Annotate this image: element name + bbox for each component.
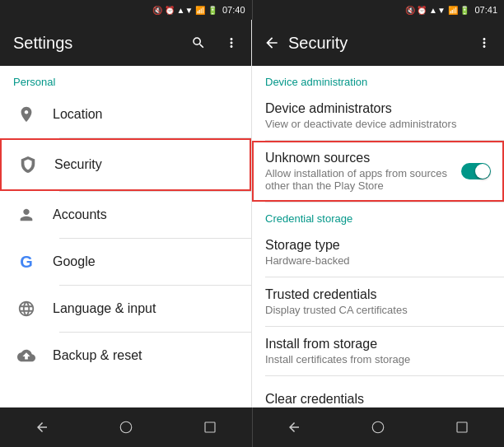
accounts-text: Accounts — [53, 207, 238, 222]
storage-type-subtitle: Hardware-backed — [265, 254, 491, 267]
unknown-sources-item[interactable]: Unknown sources Allow installation of ap… — [252, 141, 504, 202]
right-back-btn[interactable] — [284, 417, 304, 437]
left-home-btn[interactable] — [116, 417, 136, 437]
security-text: Security — [54, 157, 236, 172]
backup-title: Backup & reset — [53, 348, 238, 363]
unknown-sources-title: Unknown sources — [265, 151, 461, 165]
left-back-btn[interactable] — [32, 417, 52, 437]
settings-item-backup[interactable]: Backup & reset — [0, 333, 251, 379]
security-title: Security — [54, 157, 236, 172]
svg-point-0 — [120, 421, 132, 433]
install-storage-text: Install from storage Install certificate… — [265, 337, 491, 366]
settings-app-bar-icons — [189, 33, 241, 53]
storage-type-title: Storage type — [265, 238, 491, 253]
language-icon — [13, 296, 40, 322]
security-title: Security — [288, 34, 474, 53]
device-admins-subtitle: View or deactivate device administrators — [265, 118, 491, 130]
main-split: Settings Personal Location — [0, 20, 504, 407]
location-text: Location — [53, 107, 238, 122]
bottom-nav-row — [0, 407, 504, 447]
storage-type-text: Storage type Hardware-backed — [265, 238, 491, 267]
device-admins-title: Device administrators — [265, 101, 491, 116]
right-status-icons: 🔇 ⏰ ▲▼ 📶 🔋 — [405, 6, 470, 15]
clear-credentials-title: Clear credentials — [265, 392, 491, 407]
svg-rect-3 — [457, 422, 467, 432]
location-title: Location — [53, 107, 238, 122]
unknown-sources-toggle[interactable] — [461, 163, 491, 179]
personal-section-header: Personal — [0, 66, 251, 91]
install-storage-item[interactable]: Install from storage Install certificate… — [252, 327, 504, 375]
device-admins-text: Device administrators View or deactivate… — [265, 101, 491, 130]
backup-icon — [13, 342, 40, 369]
google-title: Google — [53, 254, 238, 269]
settings-item-language[interactable]: Language & input — [0, 286, 251, 332]
right-panel: Security Device administration Device ad… — [252, 20, 504, 407]
security-icon — [15, 151, 41, 178]
unknown-sources-toggle-container — [461, 163, 491, 179]
language-text: Language & input — [53, 301, 238, 316]
right-status-bar: 🔇 ⏰ ▲▼ 📶 🔋 07:41 — [253, 0, 505, 20]
security-content: Device administration Device administrat… — [252, 66, 504, 407]
install-storage-subtitle: Install certificates from storage — [265, 353, 491, 366]
right-status-time: 07:41 — [474, 5, 497, 15]
trusted-credentials-title: Trusted credentials — [265, 287, 491, 302]
left-status-bar: 🔇 ⏰ ▲▼ 📶 🔋 07:40 — [0, 0, 252, 20]
language-title: Language & input — [53, 301, 238, 316]
google-icon: G — [13, 249, 40, 275]
settings-app-bar: Settings — [0, 20, 251, 66]
settings-item-google[interactable]: G Google — [0, 239, 251, 285]
credential-storage-header: Credential storage — [252, 203, 504, 228]
right-bottom-nav — [253, 407, 505, 447]
device-admins-item[interactable]: Device administrators View or deactivate… — [252, 91, 504, 140]
unknown-sources-subtitle: Allow installation of apps from sources … — [265, 167, 461, 192]
storage-type-item[interactable]: Storage type Hardware-backed — [252, 228, 504, 277]
more-vert-icon[interactable] — [222, 33, 241, 53]
backup-text: Backup & reset — [53, 348, 238, 363]
security-more-icon[interactable] — [474, 33, 494, 53]
clear-credentials-item[interactable]: Clear credentials — [252, 376, 504, 407]
google-text: Google — [53, 254, 238, 269]
accounts-title: Accounts — [53, 207, 238, 222]
left-status-time: 07:40 — [222, 5, 245, 15]
left-bottom-nav — [0, 407, 252, 447]
settings-item-location[interactable]: Location — [0, 91, 251, 137]
security-app-bar: Security — [252, 20, 504, 66]
status-bars: 🔇 ⏰ ▲▼ 📶 🔋 07:40 🔇 ⏰ ▲▼ 📶 🔋 07:41 — [0, 0, 504, 20]
clear-credentials-text: Clear credentials — [265, 392, 491, 407]
back-icon[interactable] — [262, 33, 282, 53]
accounts-icon — [13, 202, 40, 228]
settings-item-security[interactable]: Security — [0, 138, 251, 191]
left-panel: Settings Personal Location — [0, 20, 252, 407]
right-home-btn[interactable] — [368, 417, 388, 437]
left-recents-btn[interactable] — [200, 417, 220, 437]
left-status-icons: 🔇 ⏰ ▲▼ 📶 🔋 — [152, 6, 217, 15]
trusted-credentials-text: Trusted credentials Display trusted CA c… — [265, 287, 491, 316]
unknown-sources-text: Unknown sources Allow installation of ap… — [265, 151, 461, 192]
right-recents-btn[interactable] — [452, 417, 472, 437]
svg-rect-1 — [205, 422, 215, 432]
settings-content: Personal Location Security — [0, 66, 251, 407]
settings-item-accounts[interactable]: Accounts — [0, 192, 251, 238]
svg-point-2 — [372, 421, 384, 433]
search-icon[interactable] — [189, 33, 208, 53]
install-storage-title: Install from storage — [265, 337, 491, 352]
settings-title: Settings — [13, 34, 189, 53]
trusted-credentials-item[interactable]: Trusted credentials Display trusted CA c… — [252, 277, 504, 326]
location-icon — [13, 101, 40, 128]
trusted-credentials-subtitle: Display trusted CA certificates — [265, 304, 491, 316]
device-admin-header: Device administration — [252, 66, 504, 91]
